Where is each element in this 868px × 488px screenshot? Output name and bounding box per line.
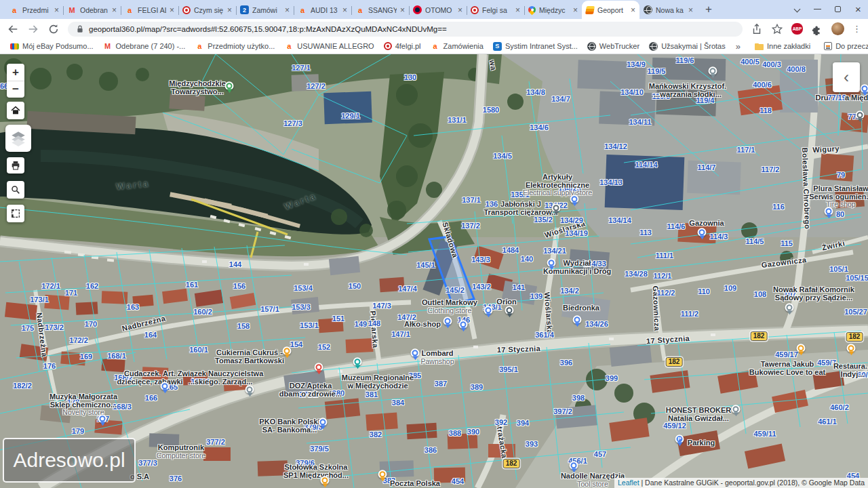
parcel-label: 176 [43,362,56,370]
poi-label: Restaura...Indyj... [833,363,868,378]
home-button[interactable] [7,102,24,119]
browser-tab[interactable]: Międzyc × [524,1,582,19]
reading-list-icon [824,42,832,50]
parcel-label: 145/1 [416,261,435,269]
parcel-label: 134/13 [599,178,623,186]
parcel-label: 127/2 [307,82,326,90]
bookmark-item[interactable]: 4felgi.pl [379,42,426,50]
zoom-out-button[interactable]: − [7,81,24,98]
browser-tab[interactable]: OTOMO × [409,1,467,19]
tab-close-icon[interactable]: × [170,7,174,14]
tab-close-icon[interactable]: × [227,7,232,14]
poi-text: Mańkowski Krzysztof. [649,83,726,91]
parcel-label: 152 [318,343,330,351]
bluedoc-icon: 2 [240,5,249,14]
share-icon[interactable] [751,23,763,35]
poi-text: Towarzystwo... [169,88,226,96]
tab-search-icon[interactable] [793,5,802,14]
tab-close-icon[interactable]: × [112,7,117,14]
parcel-label: 143/2 [472,283,491,291]
tab-title: Nowa ka [656,6,685,14]
poi-label: Tawerna JakubBukowiec Love to eat [749,361,825,376]
bookmark-item[interactable]: Mój eBay Podsumo... [5,42,98,50]
search-button[interactable] [7,181,24,199]
parcel-label: 114/5 [746,237,764,245]
bookmark-item[interactable]: WebTrucker [583,42,644,51]
browser-tab[interactable]: a Przedmi × [5,1,63,19]
browser-tab[interactable]: Geoport × [582,1,639,19]
poi-text: Nowak Rafał Komornik [773,286,854,294]
measure-area-button[interactable] [7,205,24,222]
tab-close-icon[interactable]: × [631,7,635,14]
poi-pin [98,414,107,423]
new-tab-button[interactable]: + [700,1,717,18]
minimize-icon[interactable] [813,5,822,14]
browser-tab[interactable]: Nowa ka × [639,1,697,19]
bookmark-item[interactable]: S Systim Intranet Syst... [488,42,583,51]
browser-tab[interactable]: 2 Zamówi × [236,1,294,19]
url-text[interactable]: geoportal360.pl/map/?src=adwords#l:52.60… [89,25,447,33]
parcel-label: 169 [80,352,92,361]
tab-close-icon[interactable]: × [54,7,59,14]
reading-list-button[interactable]: Do przeczytania [819,42,868,50]
print-button[interactable] [7,157,24,174]
poi-label: Parking [688,439,715,447]
bookmark-item[interactable]: M Odebrane (7 240) -... [98,41,191,51]
reading-list-label: Do przeczytania [835,42,868,50]
bookmark-item[interactable]: a USUWANIE ALLEGRO [279,41,378,51]
back-icon[interactable] [7,23,19,35]
street-label: Wigury [812,144,840,154]
tab-close-icon[interactable]: × [342,7,347,14]
leaflet-link[interactable]: Leaflet [618,479,639,487]
parcel-label: 127/1 [292,64,311,72]
maximize-icon[interactable] [833,5,842,14]
browser-tab[interactable]: a FELGI AL × [121,1,178,19]
parcel-label: 151 [332,314,344,323]
layers-button[interactable] [5,125,31,152]
bookmarks-bar: Mój eBay Podsumo... M Odebrane (7 240) -… [0,39,868,54]
browser-tab[interactable]: Felgi sa × [467,1,524,19]
browser-tab[interactable]: M Odebran × [63,1,121,19]
gmail-icon: M [103,41,113,51]
reload-icon[interactable] [47,23,60,35]
forward-icon[interactable] [27,23,39,35]
poi-pin [785,303,794,312]
gmail-icon: M [67,5,77,15]
parcel-label: 160/2 [193,308,212,316]
bookmark-label: Užsakymai | Šrotas [661,42,726,50]
tab-close-icon[interactable]: × [400,7,405,14]
zoom-in-button[interactable]: + [7,64,24,81]
bookmark-star-icon[interactable] [771,23,783,35]
profile-avatar[interactable] [831,22,844,35]
map-canvas[interactable]: WartaWartaNadbrzeżnaNadbrzeżnaSkładowaWi… [0,54,868,488]
sidebar-collapse-button[interactable]: ‹ [833,62,860,92]
poi-pin [698,228,707,237]
bookmark-item[interactable]: Užsakymai | Šrotas [644,42,730,51]
bookmark-item[interactable]: a Zamówienia [426,41,488,51]
close-window-icon[interactable]: × [854,5,863,14]
browser-tab[interactable]: a SSANGY × [351,1,409,19]
tab-close-icon[interactable]: × [458,7,462,14]
browser-menu-icon[interactable]: ⋮ [852,24,861,34]
parcel-label: 384 [392,399,404,407]
parcel-label: 144 [229,260,241,268]
browser-tab[interactable]: a AUDI 13 × [294,1,351,19]
parcel-label: 113 [639,228,652,237]
parcel-label: 134/5 [493,152,512,160]
parcel-label: 390 [467,428,479,436]
tab-close-icon[interactable]: × [573,7,578,14]
parcel-label: 137/2 [461,222,480,230]
bookmarks-overflow-icon[interactable]: » [730,41,746,52]
other-bookmarks-button[interactable]: Inne zakładki [750,42,815,50]
extensions-puzzle-icon[interactable] [811,23,823,35]
parcel-label: 392 [495,418,507,426]
adblock-extension-icon[interactable]: ABP [791,23,803,35]
tab-close-icon[interactable]: × [285,7,290,14]
poi-pin [547,258,556,267]
tab-close-icon[interactable]: × [688,7,693,14]
browser-tab-strip: a Przedmi × M Odebran × a FELGI AL × Czy… [0,0,868,19]
url-bar[interactable]: geoportal360.pl/map/?src=adwords#l:52.60… [68,22,743,37]
tab-close-icon[interactable]: × [515,7,520,14]
browser-tab[interactable]: Czym się × [178,1,236,19]
bookmark-item[interactable]: a Przedmioty użytko... [190,41,279,51]
